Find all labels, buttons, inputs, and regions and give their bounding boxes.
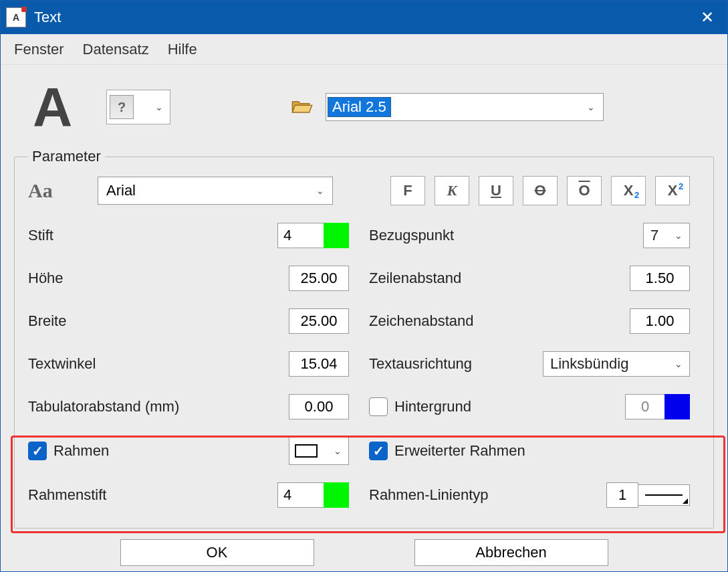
font-select[interactable]: Arial ⌄ [98, 177, 333, 205]
chevron-down-icon: ⌄ [675, 230, 683, 241]
tabulatorabstand-label: Tabulatorabstand (mm) [28, 398, 179, 415]
superscript-button[interactable]: X2 [655, 176, 690, 205]
breite-input[interactable] [289, 308, 349, 334]
rahmen-linientyp-label: Rahmen-Linientyp [369, 486, 489, 504]
preset-value: Arial 2.5 [328, 97, 391, 117]
textausrichtung-select[interactable]: Linksbündig ⌄ [543, 351, 690, 377]
textwinkel-input[interactable] [289, 351, 349, 377]
text-mode-icon: A [33, 80, 100, 134]
zeichenabstand-input[interactable] [630, 308, 690, 334]
menu-datensatz[interactable]: Datensatz [83, 41, 149, 58]
close-button[interactable]: ✕ [693, 5, 722, 29]
rahmen-linientyp-input[interactable] [606, 482, 638, 508]
parameter-legend: Parameter [28, 148, 105, 165]
rahmenstift-input[interactable] [277, 482, 324, 508]
layer-dropdown[interactable]: ? ⌄ [106, 90, 170, 124]
zeichenabstand-label: Zeichenabstand [369, 312, 474, 330]
dialog-content: A ? ⌄ Arial 2.5 ⌄ Parameter Aa Arial ⌄ [1, 65, 727, 571]
top-row: A ? ⌄ Arial 2.5 ⌄ [14, 77, 714, 148]
subscript-button[interactable]: X2 [611, 176, 646, 205]
tabulatorabstand-input[interactable] [289, 394, 349, 419]
textwinkel-label: Textwinkel [28, 355, 96, 373]
app-icon: A [6, 7, 26, 27]
rahmen-shape-select[interactable]: ⌄ [289, 437, 349, 465]
hoehe-label: Höhe [28, 270, 64, 287]
chevron-down-icon: ⌄ [155, 102, 163, 112]
bezugspunkt-label: Bezugspunkt [369, 227, 454, 244]
bold-button[interactable]: F [390, 176, 425, 205]
hoehe-input[interactable] [289, 266, 349, 291]
stift-label: Stift [28, 227, 53, 244]
zeilenabstand-label: Zeilenabstand [369, 270, 461, 287]
font-icon: Aa [28, 179, 84, 202]
bezugspunkt-select[interactable]: 7 ⌄ [643, 223, 690, 248]
titlebar: A Text ✕ [1, 1, 727, 34]
window-title: Text [34, 9, 693, 26]
breite-label: Breite [28, 312, 66, 330]
menu-hilfe[interactable]: Hilfe [168, 41, 197, 58]
question-icon: ? [110, 95, 134, 119]
chevron-down-icon: ⌄ [316, 185, 324, 196]
parameter-group: Parameter Aa Arial ⌄ F K U O O X2 X2 [14, 148, 714, 529]
overline-button[interactable]: O [567, 176, 602, 205]
chevron-down-icon: ⌄ [587, 102, 595, 112]
italic-button[interactable]: K [435, 176, 469, 205]
rectangle-icon [295, 444, 318, 458]
stift-color-swatch[interactable] [324, 223, 349, 248]
linetype-preview[interactable] [638, 484, 690, 506]
strikethrough-button[interactable]: O [523, 176, 558, 205]
hintergrund-color-swatch[interactable] [664, 394, 690, 419]
chevron-down-icon: ⌄ [334, 446, 342, 456]
ok-button[interactable]: OK [120, 539, 314, 566]
textausrichtung-label: Textausrichtung [369, 355, 472, 373]
preset-select[interactable]: Arial 2.5 ⌄ [326, 93, 604, 121]
erweiterter-rahmen-label: Erweiterter Rahmen [394, 442, 525, 460]
menu-fenster[interactable]: Fenster [14, 41, 64, 58]
folder-open-icon[interactable] [291, 99, 314, 115]
underline-button[interactable]: U [479, 176, 513, 205]
hintergrund-input [625, 394, 665, 419]
cancel-button[interactable]: Abbrechen [414, 539, 608, 566]
rahmen-label: Rahmen [53, 442, 109, 460]
style-buttons: F K U O O X2 X2 [390, 176, 690, 205]
font-name: Arial [106, 182, 136, 199]
stift-input[interactable] [277, 223, 324, 248]
menu-bar: Fenster Datensatz Hilfe [1, 34, 727, 65]
hintergrund-checkbox[interactable] [369, 397, 388, 416]
erweiterter-rahmen-checkbox[interactable] [369, 442, 388, 460]
zeilenabstand-input[interactable] [630, 266, 690, 291]
rahmenstift-color-swatch[interactable] [324, 482, 349, 508]
chevron-down-icon: ⌄ [675, 359, 683, 369]
rahmenstift-label: Rahmenstift [28, 486, 106, 504]
dialog-buttons: OK Abbrechen [14, 529, 714, 566]
hintergrund-label: Hintergrund [394, 398, 471, 415]
rahmen-checkbox[interactable] [28, 442, 47, 460]
